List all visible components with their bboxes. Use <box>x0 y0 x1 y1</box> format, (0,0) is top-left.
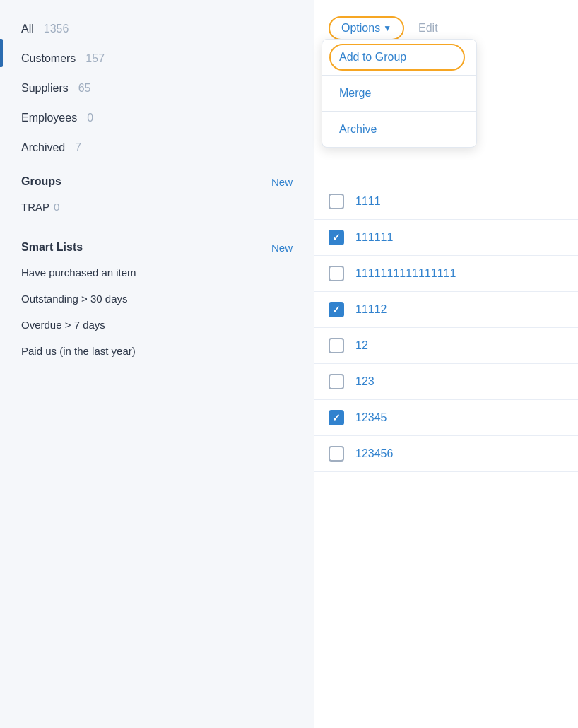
sidebar-customers-count: 157 <box>85 52 105 65</box>
chevron-down-icon: ▼ <box>383 23 391 33</box>
table-row: 1111 <box>314 184 578 220</box>
contact-checkbox-6[interactable] <box>329 410 344 425</box>
contact-name-7[interactable]: 123456 <box>355 447 393 460</box>
table-row: 123456 <box>314 436 578 472</box>
sidebar-all-count: 1356 <box>44 23 69 35</box>
options-label: Options <box>341 22 380 35</box>
groups-section-header: Groups New <box>0 163 314 194</box>
smart-list-have-purchased[interactable]: Have purchased an item <box>0 259 314 286</box>
table-row: 1111111111111111 <box>314 256 578 292</box>
sidebar-employees-count: 0 <box>87 112 93 124</box>
dropdown-item-add-to-group[interactable]: Add to Group <box>322 40 476 76</box>
contact-checkbox-7[interactable] <box>329 446 344 462</box>
smart-list-overdue[interactable]: Overdue > 7 days <box>0 312 314 338</box>
sidebar-suppliers-label: Suppliers <box>21 82 69 95</box>
sidebar-archived-count: 7 <box>75 141 81 154</box>
contact-name-0[interactable]: 1111 <box>355 195 381 208</box>
dropdown-item-merge[interactable]: Merge <box>322 76 476 112</box>
table-row: 11112 <box>314 292 578 328</box>
smart-lists-new-button[interactable]: New <box>271 242 293 254</box>
contact-checkbox-5[interactable] <box>329 374 344 389</box>
sidebar-item-customers[interactable]: Customers 157 <box>0 44 314 74</box>
contact-name-5[interactable]: 123 <box>355 375 374 388</box>
smart-list-2-label: Overdue > 7 days <box>21 319 105 331</box>
main-header: Options ▼ Edit <box>314 0 578 42</box>
smart-list-1-label: Outstanding > 30 days <box>21 293 128 305</box>
smart-lists-section-header: Smart Lists New <box>0 228 314 259</box>
sidebar-item-suppliers[interactable]: Suppliers 65 <box>0 74 314 103</box>
dropdown-item-archive[interactable]: Archive <box>322 112 476 147</box>
main-panel: Options ▼ Edit Add to Group Merge Archiv… <box>314 0 578 728</box>
active-indicator <box>0 39 3 67</box>
contact-name-4[interactable]: 12 <box>355 339 368 352</box>
sidebar: All 1356 Customers 157 Suppliers 65 Empl… <box>0 0 314 728</box>
sidebar-all-label: All <box>21 23 34 35</box>
options-button[interactable]: Options ▼ <box>329 16 404 40</box>
dropdown-merge-label: Merge <box>339 87 371 99</box>
groups-label: Groups <box>21 175 61 188</box>
sidebar-item-employees[interactable]: Employees 0 <box>0 103 314 133</box>
smart-lists-label: Smart Lists <box>21 241 83 254</box>
groups-new-button[interactable]: New <box>271 176 293 188</box>
sidebar-suppliers-count: 65 <box>78 82 91 95</box>
sidebar-item-all[interactable]: All 1356 <box>0 14 314 44</box>
contact-checkbox-4[interactable] <box>329 338 344 353</box>
contact-name-3[interactable]: 11112 <box>355 303 387 316</box>
contact-checkbox-3[interactable] <box>329 302 344 317</box>
table-row: 12345 <box>314 400 578 436</box>
contact-name-1[interactable]: 111111 <box>355 231 393 244</box>
table-row: 111111 <box>314 220 578 256</box>
dropdown-archive-label: Archive <box>339 123 377 135</box>
contact-checkbox-2[interactable] <box>329 266 344 281</box>
smart-list-paid-us[interactable]: Paid us (in the last year) <box>0 338 314 364</box>
smart-list-outstanding[interactable]: Outstanding > 30 days <box>0 286 314 312</box>
group-trap-count: 0 <box>54 201 59 213</box>
smart-list-0-label: Have purchased an item <box>21 266 136 278</box>
sidebar-customers-label: Customers <box>21 52 76 65</box>
table-row: 12 <box>314 328 578 364</box>
edit-button[interactable]: Edit <box>418 22 438 35</box>
options-dropdown: Add to Group Merge Archive <box>322 39 477 148</box>
group-trap-label: TRAP <box>21 201 49 213</box>
contact-checkbox-1[interactable] <box>329 230 344 245</box>
dropdown-add-to-group-label: Add to Group <box>339 51 406 63</box>
sidebar-item-archived[interactable]: Archived 7 <box>0 133 314 163</box>
contact-checkbox-0[interactable] <box>329 194 344 209</box>
sidebar-employees-label: Employees <box>21 112 77 124</box>
contact-list: 1111 111111 1111111111111111 11112 12 <box>314 184 578 472</box>
table-row: 123 <box>314 364 578 400</box>
sidebar-archived-label: Archived <box>21 141 65 154</box>
contact-name-6[interactable]: 12345 <box>355 411 387 424</box>
sidebar-group-trap[interactable]: TRAP 0 <box>0 194 314 220</box>
smart-list-3-label: Paid us (in the last year) <box>21 345 136 357</box>
contact-name-2[interactable]: 1111111111111111 <box>355 267 456 280</box>
